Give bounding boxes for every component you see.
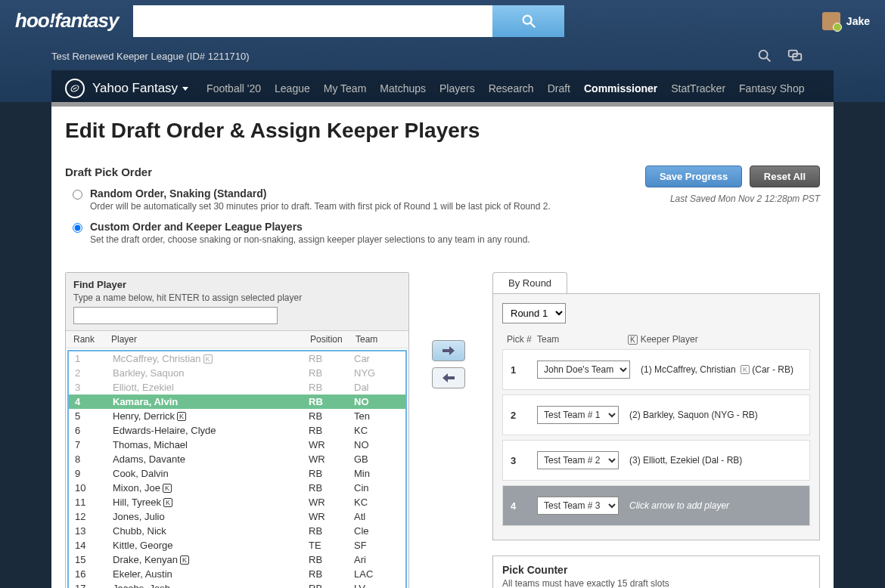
pick-counter-title: Pick Counter [502,564,567,576]
nav-league[interactable]: League [275,82,310,94]
player-row[interactable]: 1McCaffrey, ChristianKRBCar [69,351,405,366]
col-keeper: KKeeper Player [628,334,806,345]
reset-all-button[interactable]: Reset All [750,166,820,187]
player-row[interactable]: 12Jones, JulioWRAtl [69,509,405,524]
player-row[interactable]: 2Barkley, SaquonRBNYG [69,366,405,380]
find-player-panel: Find Player Type a name below, hit ENTER… [65,272,409,588]
team-select[interactable]: Test Team # 1 [537,406,619,424]
pick-row[interactable]: 1John Doe's Team(1) McCaffrey, Christian… [502,349,810,390]
unassign-left-button[interactable] [432,367,465,388]
pick-counter-desc: All teams must have exactly 15 draft slo… [502,578,810,588]
svg-line-7 [73,88,77,89]
round-select[interactable]: Round 1 [502,303,566,323]
football-icon [65,79,85,98]
col-rank: Rank [73,334,111,345]
nav-fantasy-shop[interactable]: Fantasy Shop [739,82,804,94]
search-icon-small[interactable] [756,48,773,64]
site-logo[interactable]: hoo!fantasy [15,9,118,32]
team-select[interactable]: Test Team # 2 [537,451,619,469]
arrow-left-icon [442,373,455,383]
player-row[interactable]: 17Jacobs, JoshRBLV [69,581,405,588]
search-icon [520,13,537,29]
player-row[interactable]: 9Cook, DalvinRBMin [69,466,405,481]
draft-order-heading: Draft Pick Order [65,166,551,178]
username: Jake [846,15,870,27]
find-player-input[interactable] [73,307,278,324]
nav-draft[interactable]: Draft [548,82,570,94]
assign-right-button[interactable] [432,340,465,361]
tab-by-round[interactable]: By Round [492,272,567,293]
search-input[interactable] [133,5,492,37]
team-select[interactable]: Test Team # 3 [537,497,619,515]
nav-players[interactable]: Players [439,82,475,94]
radio-custom-input[interactable] [73,223,82,233]
pick-counter-panel: Pick Counter All teams must have exactly… [492,556,820,588]
page-title: Edit Draft Order & Assign Keeper Players [65,119,820,143]
player-row[interactable]: 16Ekeler, AustinRBLAC [69,567,405,581]
svg-line-1 [531,23,536,27]
player-row[interactable]: 10Mixon, JoeKRBCin [69,481,405,495]
league-label: Test Renewed Keeper League (ID# 1211710) [51,51,250,62]
radio-random-input[interactable] [73,190,82,200]
nav-commissioner[interactable]: Commissioner [584,82,657,94]
player-row[interactable]: 13Chubb, NickRBCle [69,524,405,538]
col-position: Position [310,334,356,345]
find-player-hint: Type a name below, hit ENTER to assign s… [73,292,401,303]
svg-point-0 [523,15,532,23]
nav-my-team[interactable]: My Team [324,82,367,94]
save-progress-button[interactable]: Save Progress [645,166,742,187]
nav-matchups[interactable]: Matchups [380,82,426,94]
arrow-right-icon [442,345,455,356]
pick-row[interactable]: 4Test Team # 3Click arrow to add player [502,485,810,526]
player-row[interactable]: 14Kittle, GeorgeTESF [69,538,405,552]
player-row[interactable]: 11Hill, TyreekKWRKC [69,495,405,509]
user-menu[interactable]: Jake [822,12,870,30]
player-row[interactable]: 6Edwards-Helaire, ClydeRBKC [69,423,405,438]
team-select[interactable]: John Doe's Team [537,361,630,379]
yahoo-fantasy-menu[interactable]: Yahoo Fantasy [65,79,188,98]
nav-football-20[interactable]: Football '20 [206,82,261,94]
nav-stattracker[interactable]: StatTracker [671,82,725,94]
radio-custom-order[interactable]: Custom Order and Keeper League Players S… [73,221,551,245]
player-row[interactable]: 15Drake, KenyanKRBAri [69,552,405,567]
last-saved-text: Last Saved Mon Nov 2 12:28pm PST [641,193,820,204]
nav-research[interactable]: Research [489,82,534,94]
chat-icon[interactable] [787,48,803,64]
player-row[interactable]: 8Adams, DavanteWRGB [69,452,405,466]
svg-point-2 [759,51,768,59]
radio-random-order[interactable]: Random Order, Snaking (Standard) Order w… [73,187,551,212]
pick-row[interactable]: 2Test Team # 1(2) Barkley, Saquon (NYG -… [502,395,810,435]
player-row[interactable]: 7Thomas, MichaelWRNO [69,438,405,452]
col-team: Team [356,334,401,345]
col-player: Player [111,334,310,345]
col-team-r: Team [537,334,628,345]
svg-line-3 [767,58,771,62]
chevron-down-icon [178,81,188,96]
col-pick: Pick # [507,334,537,345]
search-button[interactable] [492,5,564,37]
pick-row[interactable]: 3Test Team # 2(3) Elliott, Ezekiel (Dal … [502,440,810,481]
player-row[interactable]: 3Elliott, EzekielRBDal [69,380,405,395]
nav-bar: Yahoo Fantasy Football '20LeagueMy TeamM… [51,70,834,107]
player-row[interactable]: 4Kamara, AlvinRBNO [69,395,405,409]
avatar [822,12,840,30]
player-row[interactable]: 5Henry, DerrickKRBTen [69,409,405,423]
find-player-title: Find Player [73,279,126,290]
